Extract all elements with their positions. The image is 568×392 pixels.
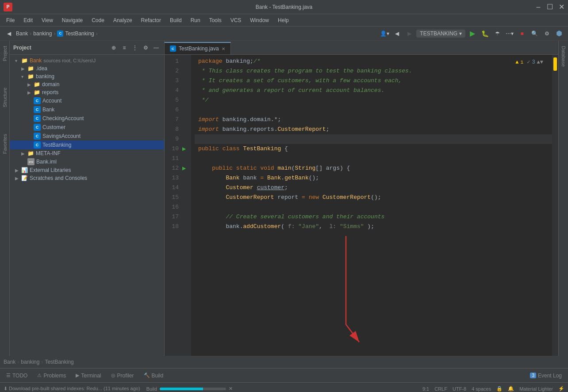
navigate-forward-btn[interactable]: ▶ <box>404 28 414 39</box>
main-content: Project Structure Favorites Project ⊕ ≡ … <box>0 41 568 356</box>
code-line-1: package banking;/* <box>195 57 552 66</box>
tab-close-btn[interactable]: ✕ <box>222 46 225 51</box>
warning-icon: ▲ <box>515 57 518 67</box>
status-notifications-icon[interactable]: 🔔 <box>508 386 514 392</box>
tree-item-bank-class[interactable]: C Bank <box>10 105 164 114</box>
debug-button[interactable]: 🐛 <box>480 28 490 39</box>
status-readonly-icon[interactable]: 🔒 <box>496 386 503 392</box>
stop-button[interactable]: ■ <box>517 28 527 39</box>
menu-file[interactable]: File <box>2 15 19 25</box>
tree-item-banking[interactable]: ▾ 📁 banking <box>10 72 164 80</box>
search-everywhere[interactable]: 🔍 <box>529 28 540 39</box>
tree-arrow-idea: ▶ <box>21 66 27 71</box>
build-label: Build <box>152 373 164 379</box>
breadcrumb-item-3[interactable]: TestBanking <box>45 359 73 365</box>
tree-item-domain[interactable]: ▶ 📁 domain <box>10 80 164 88</box>
menu-code[interactable]: Code <box>87 15 109 25</box>
status-indent[interactable]: 4 spaces <box>472 386 491 392</box>
code-line-6 <box>195 105 552 115</box>
breadcrumb-item-2[interactable]: banking <box>21 359 39 365</box>
domain-folder-icon: 📁 <box>34 81 40 88</box>
tree-arrow-banking: ▾ <box>21 74 27 79</box>
iml-icon: iml <box>27 158 35 165</box>
favorites-tab[interactable]: Favorites <box>1 130 8 157</box>
tree-item-bank-root[interactable]: ▾ 📁 Bank sources root, C:\Users\J <box>10 57 164 65</box>
run-button[interactable]: ▶ <box>467 28 478 39</box>
progress-cancel-btn[interactable]: ✕ <box>229 386 233 392</box>
tree-item-testbanking[interactable]: C TestBanking <box>10 141 164 149</box>
menu-build[interactable]: Build <box>165 15 186 25</box>
sidebar-options-btn[interactable]: ⋮ <box>130 43 139 52</box>
updates-button[interactable]: ⬢ <box>554 28 564 39</box>
menu-tools[interactable]: Tools <box>205 15 226 25</box>
structure-tab[interactable]: Structure <box>1 84 8 111</box>
tree-item-checking-account[interactable]: C CheckingAccount <box>10 114 164 123</box>
tree-item-savings-account[interactable]: C SavingsAccount <box>10 132 164 141</box>
status-power-save[interactable]: ⚡ <box>558 386 564 392</box>
menu-bar: File Edit View Navigate Code Analyze Ref… <box>0 14 568 27</box>
problems-tab[interactable]: ⚠ Problems <box>33 371 70 381</box>
event-log-tab[interactable]: 3 Event Log <box>526 371 566 381</box>
menu-analyze[interactable]: Analyze <box>109 15 137 25</box>
nav-breadcrumb-bank[interactable]: Bank <box>16 30 28 37</box>
tree-item-customer[interactable]: C Customer <box>10 123 164 132</box>
status-position[interactable]: 9:1 <box>422 386 429 392</box>
menu-navigate[interactable]: Navigate <box>58 15 87 25</box>
tree-item-reports[interactable]: ▶ 📁 reports <box>10 88 164 96</box>
settings-button[interactable]: ⚙ <box>541 28 552 39</box>
nav-breadcrumb-banking[interactable]: banking <box>33 30 52 37</box>
tree-label-scratches: Scratches and Consoles <box>30 175 87 181</box>
account-icon[interactable]: 👤▾ <box>379 28 390 39</box>
menu-edit[interactable]: Edit <box>19 15 37 25</box>
app-logo: P <box>4 3 12 11</box>
more-run-btn[interactable]: ⋯▾ <box>504 28 515 39</box>
menu-help[interactable]: Help <box>273 15 293 25</box>
menu-vcs[interactable]: VCS <box>226 15 246 25</box>
tree-item-scratches[interactable]: ▶ 📝 Scratches and Consoles <box>10 174 164 182</box>
run-config-selector[interactable]: TESTBANKING ▾ <box>416 30 465 38</box>
status-progress <box>160 388 226 390</box>
tree-item-meta-inf[interactable]: ▶ 📁 META-INF <box>10 149 164 157</box>
code-line-15: CustomerReport report = new CustomerRepo… <box>195 193 552 202</box>
tree-item-idea[interactable]: ▶ 📁 .idea <box>10 65 164 72</box>
minimize-button[interactable]: – <box>535 4 541 10</box>
terminal-tab[interactable]: ▶ Terminal <box>71 371 105 381</box>
breadcrumb-item-1[interactable]: Bank <box>4 359 15 365</box>
status-line-ending[interactable]: CRLF <box>434 386 447 392</box>
profiler-tab[interactable]: ◎ Profiler <box>107 371 138 381</box>
code-line-16 <box>195 202 552 212</box>
code-line-12: public static void main(String[] args) { <box>195 164 552 173</box>
status-theme[interactable]: Material Lighter <box>519 386 553 392</box>
sidebar-settings-btn[interactable]: ⚙ <box>141 43 150 52</box>
build-tab[interactable]: 🔨 Build <box>139 371 168 381</box>
tab-testbanking[interactable]: C TestBanking.java ✕ <box>165 42 231 54</box>
code-content[interactable]: ▲ 1 ✓ 3 ▲▼ package banking;/* * This cla… <box>191 55 552 356</box>
tree-item-bank-iml[interactable]: iml Bank.iml <box>10 157 164 166</box>
menu-window[interactable]: Window <box>246 15 273 25</box>
tree-label-testbanking: TestBanking <box>42 142 71 148</box>
navigate-back-btn[interactable]: ◀ <box>391 28 402 39</box>
back-button[interactable]: ◀ <box>4 28 14 39</box>
nav-breadcrumb-testbanking-container: C TestBanking <box>57 30 94 37</box>
status-encoding[interactable]: UTF-8 <box>453 386 466 392</box>
run-gutter-12[interactable]: ▶ <box>182 164 191 173</box>
line-num-15: 15 <box>165 193 179 202</box>
menu-view[interactable]: View <box>37 15 58 25</box>
sidebar-collapse-btn[interactable]: ≡ <box>120 43 129 52</box>
tree-item-account[interactable]: C Account <box>10 96 164 105</box>
sidebar-add-btn[interactable]: ⊕ <box>109 43 118 52</box>
menu-run[interactable]: Run <box>186 15 205 25</box>
code-editor[interactable]: 1 2 3 4 5 6 7 8 9 10 11 12 13 14 15 16 1… <box>165 55 558 356</box>
maximize-button[interactable]: ☐ <box>547 4 553 10</box>
nav-breadcrumb-testbanking[interactable]: TestBanking <box>65 30 94 37</box>
sidebar-close-btn[interactable]: — <box>152 43 161 52</box>
code-line-2: * This class creates the program to test… <box>195 66 552 76</box>
coverage-button[interactable]: ☂ <box>492 28 503 39</box>
menu-refactor[interactable]: Refactor <box>137 15 165 25</box>
close-button[interactable]: ✕ <box>558 4 564 10</box>
database-tab[interactable]: Database <box>560 42 567 70</box>
todo-tab[interactable]: ☰ TODO <box>2 371 32 381</box>
run-gutter-10[interactable]: ▶ <box>182 144 191 154</box>
tree-item-ext-libs[interactable]: ▶ 📊 External Libraries <box>10 166 164 174</box>
project-tab[interactable]: Project <box>1 42 8 65</box>
